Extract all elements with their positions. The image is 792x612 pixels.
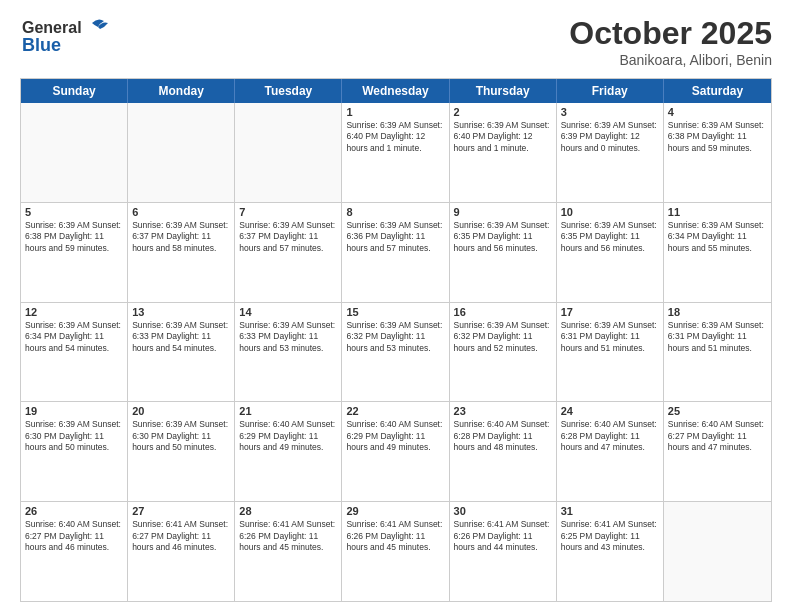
day-cell-27: 27Sunrise: 6:41 AM Sunset: 6:27 PM Dayli… [128,502,235,601]
day-cell-2: 2Sunrise: 6:39 AM Sunset: 6:40 PM Daylig… [450,103,557,202]
day-info: Sunrise: 6:39 AM Sunset: 6:32 PM Dayligh… [454,320,552,354]
day-number: 10 [561,206,659,218]
day-number: 9 [454,206,552,218]
calendar-header: SundayMondayTuesdayWednesdayThursdayFrid… [21,79,771,103]
header-day-thursday: Thursday [450,79,557,103]
day-info: Sunrise: 6:39 AM Sunset: 6:34 PM Dayligh… [668,220,767,254]
day-number: 17 [561,306,659,318]
day-cell-31: 31Sunrise: 6:41 AM Sunset: 6:25 PM Dayli… [557,502,664,601]
day-number: 5 [25,206,123,218]
day-info: Sunrise: 6:39 AM Sunset: 6:40 PM Dayligh… [454,120,552,154]
day-cell-26: 26Sunrise: 6:40 AM Sunset: 6:27 PM Dayli… [21,502,128,601]
day-cell-12: 12Sunrise: 6:39 AM Sunset: 6:34 PM Dayli… [21,303,128,402]
day-number: 31 [561,505,659,517]
empty-cell [21,103,128,202]
day-number: 22 [346,405,444,417]
header-day-sunday: Sunday [21,79,128,103]
day-info: Sunrise: 6:39 AM Sunset: 6:38 PM Dayligh… [25,220,123,254]
day-cell-24: 24Sunrise: 6:40 AM Sunset: 6:28 PM Dayli… [557,402,664,501]
day-number: 23 [454,405,552,417]
logo: General Blue [20,15,110,57]
day-cell-17: 17Sunrise: 6:39 AM Sunset: 6:31 PM Dayli… [557,303,664,402]
day-info: Sunrise: 6:40 AM Sunset: 6:29 PM Dayligh… [346,419,444,453]
day-number: 25 [668,405,767,417]
day-info: Sunrise: 6:41 AM Sunset: 6:26 PM Dayligh… [239,519,337,553]
day-cell-9: 9Sunrise: 6:39 AM Sunset: 6:35 PM Daylig… [450,203,557,302]
day-number: 21 [239,405,337,417]
day-number: 1 [346,106,444,118]
day-number: 13 [132,306,230,318]
week-row-0: 1Sunrise: 6:39 AM Sunset: 6:40 PM Daylig… [21,103,771,203]
day-cell-23: 23Sunrise: 6:40 AM Sunset: 6:28 PM Dayli… [450,402,557,501]
day-cell-19: 19Sunrise: 6:39 AM Sunset: 6:30 PM Dayli… [21,402,128,501]
day-info: Sunrise: 6:39 AM Sunset: 6:30 PM Dayligh… [25,419,123,453]
day-number: 20 [132,405,230,417]
day-cell-7: 7Sunrise: 6:39 AM Sunset: 6:37 PM Daylig… [235,203,342,302]
svg-text:General: General [22,19,82,36]
day-info: Sunrise: 6:39 AM Sunset: 6:39 PM Dayligh… [561,120,659,154]
day-cell-4: 4Sunrise: 6:39 AM Sunset: 6:38 PM Daylig… [664,103,771,202]
day-info: Sunrise: 6:39 AM Sunset: 6:33 PM Dayligh… [132,320,230,354]
day-cell-11: 11Sunrise: 6:39 AM Sunset: 6:34 PM Dayli… [664,203,771,302]
empty-cell [128,103,235,202]
header-day-saturday: Saturday [664,79,771,103]
day-info: Sunrise: 6:41 AM Sunset: 6:25 PM Dayligh… [561,519,659,553]
empty-cell [235,103,342,202]
day-cell-25: 25Sunrise: 6:40 AM Sunset: 6:27 PM Dayli… [664,402,771,501]
day-info: Sunrise: 6:39 AM Sunset: 6:34 PM Dayligh… [25,320,123,354]
day-number: 7 [239,206,337,218]
day-number: 3 [561,106,659,118]
day-info: Sunrise: 6:41 AM Sunset: 6:26 PM Dayligh… [346,519,444,553]
day-info: Sunrise: 6:40 AM Sunset: 6:27 PM Dayligh… [668,419,767,453]
day-cell-10: 10Sunrise: 6:39 AM Sunset: 6:35 PM Dayli… [557,203,664,302]
week-row-2: 12Sunrise: 6:39 AM Sunset: 6:34 PM Dayli… [21,303,771,403]
month-title: October 2025 [569,15,772,52]
logo-svg: General Blue [20,15,110,57]
day-cell-22: 22Sunrise: 6:40 AM Sunset: 6:29 PM Dayli… [342,402,449,501]
day-cell-15: 15Sunrise: 6:39 AM Sunset: 6:32 PM Dayli… [342,303,449,402]
day-number: 28 [239,505,337,517]
day-info: Sunrise: 6:40 AM Sunset: 6:28 PM Dayligh… [561,419,659,453]
day-cell-6: 6Sunrise: 6:39 AM Sunset: 6:37 PM Daylig… [128,203,235,302]
calendar: SundayMondayTuesdayWednesdayThursdayFrid… [20,78,772,602]
calendar-body: 1Sunrise: 6:39 AM Sunset: 6:40 PM Daylig… [21,103,771,601]
day-number: 16 [454,306,552,318]
day-info: Sunrise: 6:39 AM Sunset: 6:31 PM Dayligh… [561,320,659,354]
header-day-friday: Friday [557,79,664,103]
day-number: 30 [454,505,552,517]
day-number: 4 [668,106,767,118]
day-cell-20: 20Sunrise: 6:39 AM Sunset: 6:30 PM Dayli… [128,402,235,501]
day-number: 2 [454,106,552,118]
week-row-1: 5Sunrise: 6:39 AM Sunset: 6:38 PM Daylig… [21,203,771,303]
day-number: 11 [668,206,767,218]
day-info: Sunrise: 6:41 AM Sunset: 6:27 PM Dayligh… [132,519,230,553]
day-info: Sunrise: 6:39 AM Sunset: 6:35 PM Dayligh… [561,220,659,254]
day-info: Sunrise: 6:40 AM Sunset: 6:29 PM Dayligh… [239,419,337,453]
day-number: 18 [668,306,767,318]
day-cell-3: 3Sunrise: 6:39 AM Sunset: 6:39 PM Daylig… [557,103,664,202]
day-cell-30: 30Sunrise: 6:41 AM Sunset: 6:26 PM Dayli… [450,502,557,601]
day-cell-1: 1Sunrise: 6:39 AM Sunset: 6:40 PM Daylig… [342,103,449,202]
empty-cell [664,502,771,601]
day-number: 19 [25,405,123,417]
day-info: Sunrise: 6:39 AM Sunset: 6:40 PM Dayligh… [346,120,444,154]
day-info: Sunrise: 6:39 AM Sunset: 6:35 PM Dayligh… [454,220,552,254]
day-info: Sunrise: 6:39 AM Sunset: 6:33 PM Dayligh… [239,320,337,354]
day-number: 6 [132,206,230,218]
location: Banikoara, Alibori, Benin [569,52,772,68]
day-number: 26 [25,505,123,517]
day-cell-14: 14Sunrise: 6:39 AM Sunset: 6:33 PM Dayli… [235,303,342,402]
day-info: Sunrise: 6:39 AM Sunset: 6:37 PM Dayligh… [239,220,337,254]
day-cell-29: 29Sunrise: 6:41 AM Sunset: 6:26 PM Dayli… [342,502,449,601]
day-cell-21: 21Sunrise: 6:40 AM Sunset: 6:29 PM Dayli… [235,402,342,501]
day-number: 12 [25,306,123,318]
header: General Blue October 2025 Banikoara, Ali… [20,15,772,68]
day-info: Sunrise: 6:40 AM Sunset: 6:28 PM Dayligh… [454,419,552,453]
day-cell-13: 13Sunrise: 6:39 AM Sunset: 6:33 PM Dayli… [128,303,235,402]
day-number: 8 [346,206,444,218]
day-info: Sunrise: 6:39 AM Sunset: 6:38 PM Dayligh… [668,120,767,154]
title-block: October 2025 Banikoara, Alibori, Benin [569,15,772,68]
header-day-tuesday: Tuesday [235,79,342,103]
day-info: Sunrise: 6:39 AM Sunset: 6:30 PM Dayligh… [132,419,230,453]
page: General Blue October 2025 Banikoara, Ali… [0,0,792,612]
